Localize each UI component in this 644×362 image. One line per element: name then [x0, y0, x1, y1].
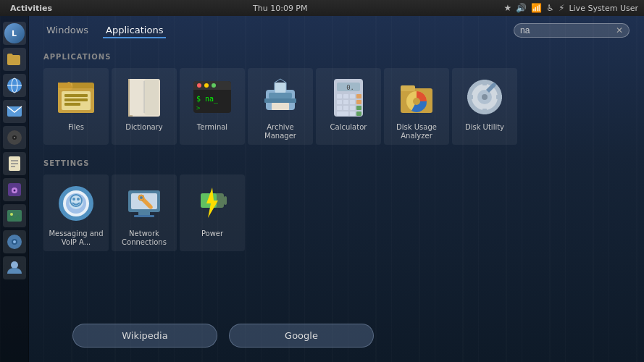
- svg-point-74: [482, 94, 488, 100]
- svg-point-15: [10, 213, 13, 216]
- topbar-clock: Thu 10:09 PM: [253, 4, 307, 13]
- dictionary-icon: [122, 75, 166, 119]
- app-dictionary[interactable]: Dictionary: [112, 68, 177, 145]
- disc-icon: [6, 129, 23, 146]
- app-terminal-label: Terminal: [197, 123, 227, 132]
- svg-rect-53: [343, 94, 348, 98]
- tab-applications[interactable]: Applications: [103, 23, 166, 38]
- svg-point-39: [197, 83, 201, 88]
- google-button[interactable]: Google: [229, 324, 374, 348]
- settings-header: SETTINGS: [43, 159, 630, 167]
- svg-rect-46: [264, 98, 296, 103]
- terminal-icon: $ na_ >: [191, 75, 234, 119]
- app-power-label: Power: [201, 230, 223, 238]
- svg-point-70: [413, 98, 420, 105]
- svg-rect-59: [356, 100, 361, 104]
- sidebar-item-5[interactable]: [3, 126, 26, 149]
- app-network[interactable]: Network Connections: [112, 174, 177, 251]
- app-terminal[interactable]: $ na_ > Terminal: [180, 68, 245, 145]
- search-input[interactable]: [520, 25, 616, 35]
- svg-rect-64: [337, 111, 348, 116]
- svg-point-84: [72, 198, 75, 201]
- svg-rect-66: [356, 111, 361, 116]
- svg-rect-62: [350, 106, 355, 110]
- app-messaging[interactable]: Messaging and VoIP A...: [43, 174, 109, 251]
- app-archive-manager[interactable]: Archive Manager: [248, 68, 313, 145]
- activities-button[interactable]: Activities: [6, 4, 57, 13]
- search-bar: ✕: [514, 23, 630, 38]
- settings-grid: Messaging and VoIP A...: [43, 174, 630, 251]
- applications-header: APPLICATIONS: [43, 53, 630, 61]
- svg-rect-94: [224, 196, 227, 205]
- sidebar-item-9[interactable]: [3, 230, 26, 253]
- sidebar-item-8[interactable]: [3, 204, 26, 227]
- svg-rect-23: [64, 94, 88, 97]
- svg-rect-65: [350, 111, 355, 116]
- main-area: L: [0, 16, 644, 362]
- svg-rect-61: [343, 106, 348, 110]
- svg-rect-89: [134, 215, 154, 217]
- app-disk-utility[interactable]: Disk Utility: [452, 68, 517, 145]
- svg-rect-77: [467, 95, 473, 99]
- svg-rect-52: [337, 94, 342, 98]
- svg-text:0.: 0.: [346, 84, 354, 91]
- tab-windows[interactable]: Windows: [43, 23, 91, 38]
- app-network-label: Network Connections: [114, 230, 174, 247]
- svg-rect-56: [337, 100, 342, 104]
- app-calculator-label: Calculator: [330, 123, 367, 132]
- svg-rect-76: [482, 109, 487, 114]
- bottom-bar: Wikipedia Google: [72, 324, 630, 348]
- sidebar-item-1[interactable]: L: [3, 22, 26, 45]
- sidebar-item-10[interactable]: [3, 256, 26, 279]
- browser-icon: [6, 77, 23, 94]
- disk-usage-icon: [395, 75, 438, 119]
- svg-rect-63: [356, 106, 361, 110]
- search-clear-icon[interactable]: ✕: [616, 25, 623, 35]
- svg-rect-24: [64, 98, 88, 101]
- photo-icon: [6, 207, 23, 224]
- notepad-icon: [6, 155, 23, 172]
- svg-rect-25: [64, 103, 80, 106]
- svg-point-40: [204, 83, 209, 88]
- svg-point-41: [212, 83, 216, 88]
- applications-section: APPLICATIONS: [43, 50, 630, 156]
- sidebar-item-3[interactable]: [3, 74, 26, 97]
- svg-rect-47: [272, 103, 289, 110]
- sidebar-item-2[interactable]: [3, 48, 26, 71]
- sidebar-item-6[interactable]: [3, 152, 26, 175]
- volume-icon: 🔊: [516, 3, 527, 13]
- accessibility-icon: ♿: [546, 3, 554, 13]
- settings-icon-sidebar: [6, 233, 23, 251]
- app-disk-usage-label: Disk Usage Analyzer: [387, 123, 446, 140]
- sidebar-item-7[interactable]: [3, 178, 26, 201]
- wikipedia-button[interactable]: Wikipedia: [72, 324, 217, 348]
- app-calculator[interactable]: 0.: [316, 68, 381, 145]
- app-files[interactable]: Files: [43, 68, 109, 145]
- bluetooth-icon: ★: [503, 3, 511, 13]
- app-messaging-label: Messaging and VoIP A...: [46, 230, 106, 247]
- applications-grid: Files: [43, 68, 630, 145]
- svg-rect-58: [350, 100, 355, 104]
- svg-rect-88: [138, 212, 150, 215]
- topbar-right: ★ 🔊 📶 ♿ ⚡ Live System User: [503, 3, 638, 13]
- app-disk-usage[interactable]: Disk Usage Analyzer: [384, 68, 449, 145]
- svg-point-13: [13, 190, 15, 192]
- svg-point-91: [140, 196, 143, 199]
- content-panel: Windows Applications ✕ APPLICATIONS: [29, 16, 644, 362]
- calculator-icon: 0.: [327, 75, 370, 119]
- svg-text:>: >: [196, 104, 201, 111]
- app-dictionary-label: Dictionary: [125, 123, 162, 132]
- email-icon: [6, 103, 23, 120]
- svg-point-6: [14, 137, 15, 138]
- network-connections-icon: [122, 182, 166, 225]
- topbar-left: Activities: [6, 4, 57, 13]
- svg-rect-45: [269, 93, 292, 98]
- sidebar: L: [0, 16, 29, 362]
- sidebar-item-4[interactable]: [3, 100, 26, 123]
- app-power[interactable]: Power: [180, 174, 245, 251]
- svg-point-19: [11, 261, 18, 269]
- disk-utility-icon: [463, 75, 506, 119]
- power-icon: [191, 182, 234, 225]
- app-archive-label: Archive Manager: [251, 123, 310, 140]
- live-user-label[interactable]: Live System User: [569, 4, 638, 13]
